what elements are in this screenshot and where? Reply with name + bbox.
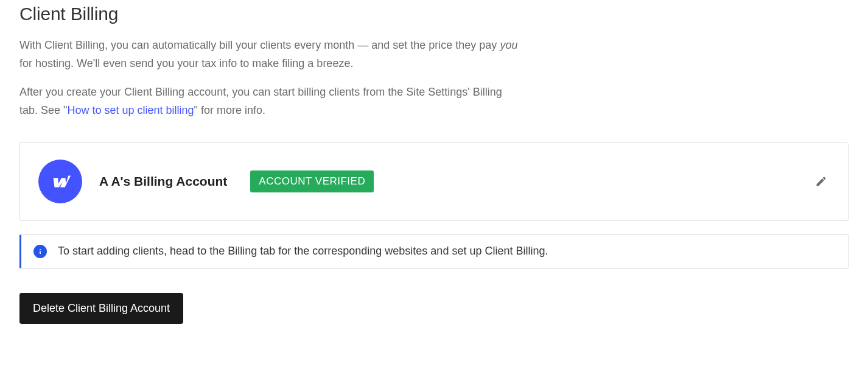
info-icon <box>33 245 47 258</box>
intro-paragraph-2: After you create your Client Billing acc… <box>19 83 519 119</box>
intro-text: for hosting. We'll even send you your ta… <box>19 57 353 69</box>
page-title: Client Billing <box>19 4 849 24</box>
account-name: A A's Billing Account <box>99 174 227 189</box>
intro-text: With Client Billing, you can automatical… <box>19 39 500 51</box>
info-banner: To start adding clients, head to the Bil… <box>19 234 849 269</box>
intro-emphasis: you <box>500 39 517 51</box>
svg-point-0 <box>40 249 41 250</box>
pencil-icon <box>815 175 827 188</box>
delete-client-billing-button[interactable]: Delete Client Billing Account <box>19 293 183 324</box>
intro-text: " for more info. <box>194 104 265 116</box>
intro-paragraph-1: With Client Billing, you can automatical… <box>19 37 519 72</box>
setup-client-billing-link[interactable]: How to set up client billing <box>67 104 194 116</box>
info-banner-text: To start adding clients, head to the Bil… <box>58 245 548 258</box>
svg-rect-1 <box>40 251 41 254</box>
billing-account-card: A A's Billing Account ACCOUNT VERIFIED <box>19 142 849 221</box>
account-verified-badge: ACCOUNT VERIFIED <box>250 170 374 192</box>
webflow-logo-icon <box>38 160 82 203</box>
edit-account-button[interactable] <box>813 173 830 190</box>
